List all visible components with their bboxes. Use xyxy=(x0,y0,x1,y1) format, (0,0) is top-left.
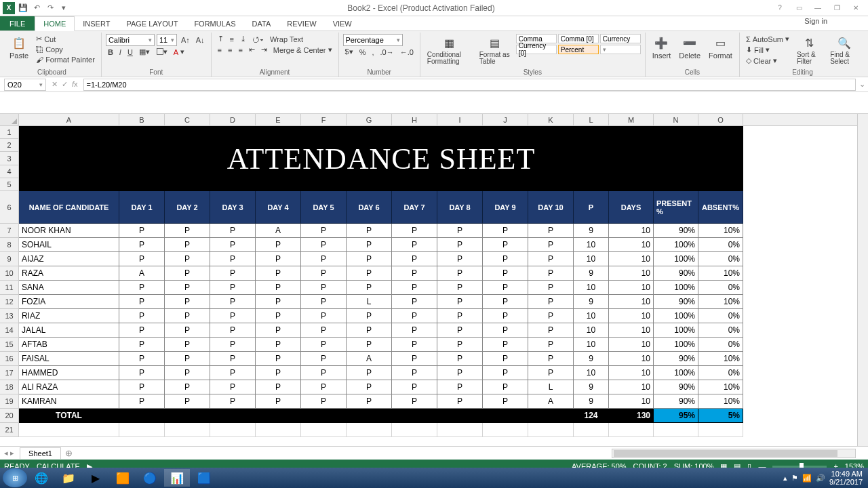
row-header[interactable]: 15 xyxy=(0,338,19,352)
cell[interactable]: P xyxy=(392,281,437,295)
cell[interactable]: P xyxy=(437,281,483,295)
cell[interactable]: P xyxy=(165,394,210,409)
clear-button[interactable]: ◇ Clear ▾ xyxy=(744,56,791,66)
column-header-C[interactable]: C xyxy=(165,114,210,125)
cell[interactable]: P xyxy=(528,266,574,281)
cell-style-percent[interactable]: Percent xyxy=(558,45,599,54)
cell-style-currency0[interactable]: Currency [0] xyxy=(516,45,557,54)
sheet-nav[interactable]: ◂ ▸ xyxy=(0,449,18,458)
cell[interactable]: P xyxy=(119,380,165,394)
tab-file[interactable]: FILE xyxy=(0,16,35,30)
cell[interactable]: P xyxy=(528,309,574,323)
cell[interactable] xyxy=(119,409,165,423)
increase-decimal-button[interactable]: .0→ xyxy=(378,47,395,57)
cell[interactable]: P xyxy=(256,352,301,366)
cell[interactable]: 10% xyxy=(698,266,743,281)
cell[interactable] xyxy=(347,423,392,437)
cell[interactable]: P xyxy=(301,352,347,366)
cell[interactable]: P xyxy=(528,224,574,238)
row-header[interactable]: 17 xyxy=(0,366,19,380)
cell[interactable]: DAY 2 xyxy=(165,191,210,224)
cell-style-currency[interactable]: Currency xyxy=(600,34,641,43)
column-header-K[interactable]: K xyxy=(528,114,574,125)
cell[interactable]: HAMMED xyxy=(19,366,119,380)
cell[interactable]: P xyxy=(301,394,347,409)
cell[interactable]: P xyxy=(437,338,483,352)
insert-button[interactable]: ➕Insert xyxy=(650,34,674,61)
cell[interactable]: P xyxy=(528,252,574,266)
cell[interactable]: 9 xyxy=(574,266,609,281)
cell[interactable]: 100% xyxy=(654,309,698,323)
cell[interactable] xyxy=(528,409,574,423)
cell[interactable]: RAZA xyxy=(19,266,119,281)
close-icon[interactable]: ✕ xyxy=(849,3,863,14)
cell[interactable] xyxy=(165,409,210,423)
cell[interactable]: P xyxy=(301,366,347,380)
cell[interactable]: P xyxy=(119,323,165,338)
cell[interactable]: P xyxy=(119,309,165,323)
row-header[interactable]: 10 xyxy=(0,266,19,281)
row-header[interactable]: 2 xyxy=(0,139,19,152)
cell[interactable] xyxy=(609,423,654,437)
column-header-G[interactable]: G xyxy=(347,114,392,125)
cell[interactable] xyxy=(301,423,347,437)
column-header-M[interactable]: M xyxy=(609,114,654,125)
cell[interactable]: 9 xyxy=(574,394,609,409)
cell[interactable]: 10 xyxy=(609,380,654,394)
cell[interactable]: P xyxy=(392,352,437,366)
cell[interactable]: P xyxy=(483,309,528,323)
cell[interactable]: P xyxy=(301,323,347,338)
cell[interactable]: 95% xyxy=(654,409,698,423)
align-left-button[interactable]: ≡ xyxy=(216,45,224,55)
cell[interactable]: P xyxy=(165,266,210,281)
cell[interactable]: 9 xyxy=(574,352,609,366)
cell[interactable]: P xyxy=(392,295,437,309)
cell[interactable]: 10 xyxy=(574,252,609,266)
tray-network-icon[interactable]: 📶 xyxy=(802,474,812,483)
cell[interactable]: P xyxy=(483,281,528,295)
cell[interactable] xyxy=(256,409,301,423)
fill-color-button[interactable]: 🞎▾ xyxy=(154,47,170,57)
row-header[interactable]: 9 xyxy=(0,252,19,266)
minimize-icon[interactable]: — xyxy=(811,3,825,14)
cell[interactable]: P xyxy=(437,252,483,266)
cell[interactable]: AFTAB xyxy=(19,338,119,352)
cell[interactable]: P xyxy=(210,338,256,352)
sheet-tab-sheet1[interactable]: Sheet1 xyxy=(20,447,61,459)
cell[interactable]: DAY 6 xyxy=(347,191,392,224)
cell[interactable]: P xyxy=(483,295,528,309)
cell[interactable]: 90% xyxy=(654,394,698,409)
decrease-font-button[interactable]: A↓ xyxy=(194,35,207,45)
cell[interactable]: L xyxy=(347,295,392,309)
cell[interactable]: P xyxy=(301,224,347,238)
cell[interactable]: 100% xyxy=(654,281,698,295)
cell[interactable]: P xyxy=(210,281,256,295)
cell[interactable] xyxy=(392,409,437,423)
cell[interactable]: 100% xyxy=(654,338,698,352)
cell[interactable]: P xyxy=(392,323,437,338)
row-header[interactable]: 14 xyxy=(0,323,19,338)
taskbar-excel-icon[interactable]: 📊 xyxy=(164,469,190,487)
cell[interactable]: P xyxy=(256,309,301,323)
cell[interactable]: P xyxy=(301,238,347,252)
cell[interactable]: P xyxy=(256,252,301,266)
cell[interactable]: P xyxy=(301,380,347,394)
cell[interactable]: JALAL xyxy=(19,323,119,338)
cell[interactable]: 10% xyxy=(698,224,743,238)
cell[interactable]: DAY 7 xyxy=(392,191,437,224)
row-header[interactable]: 12 xyxy=(0,295,19,309)
cell[interactable] xyxy=(483,423,528,437)
wrap-text-button[interactable]: Wrap Text xyxy=(268,35,305,44)
cell[interactable]: NAME OF CANDIDATE xyxy=(19,191,119,224)
qat-customize-icon[interactable]: ▾ xyxy=(58,3,69,14)
cell[interactable]: ABSENT% xyxy=(698,191,743,224)
cell[interactable]: P xyxy=(119,295,165,309)
cell[interactable]: 10 xyxy=(574,281,609,295)
cell[interactable]: 10 xyxy=(609,266,654,281)
cell[interactable]: P xyxy=(210,295,256,309)
align-bottom-button[interactable]: ⤓ xyxy=(238,34,248,44)
select-all-corner[interactable] xyxy=(0,114,19,125)
cell[interactable]: P xyxy=(165,323,210,338)
sheet-title[interactable]: ATTENDANCE SHEET xyxy=(19,126,743,191)
cell[interactable]: A xyxy=(528,394,574,409)
